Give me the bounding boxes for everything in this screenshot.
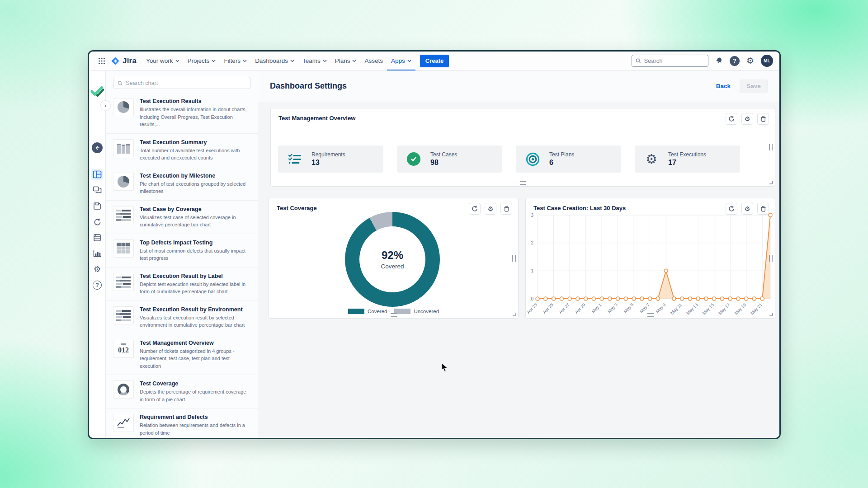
- checklist-icon: [287, 153, 302, 165]
- gear-icon: ⚙: [644, 153, 659, 166]
- chart-gallery-item-test-coverage[interactable]: Test CoverageDepicts the percentage of r…: [106, 375, 258, 408]
- chart-item-desc: Depicts test execution result by selecte…: [140, 281, 250, 296]
- nav-item-apps[interactable]: Apps: [387, 52, 415, 70]
- chart-search-input[interactable]: [126, 80, 246, 86]
- pie-thumbnail: [113, 98, 134, 116]
- widget-test-management-overview: Test Management Overview ⚙ Requirements1…: [270, 108, 775, 187]
- rail-back-icon[interactable]: [91, 142, 103, 153]
- svg-text:2: 2: [531, 240, 533, 245]
- rail-bar-chart-icon[interactable]: [91, 248, 103, 259]
- chevron-down-icon: [290, 60, 294, 62]
- resize-handle-right[interactable]: [512, 255, 516, 262]
- dashboard-canvas: Test Management Overview ⚙ Requirements1…: [258, 102, 779, 439]
- widget-settings-button[interactable]: ⚙: [485, 203, 496, 215]
- chart-gallery-item-requirement-and-defects[interactable]: Requirement and DefectsRelation between …: [106, 408, 258, 439]
- nav-item-filters[interactable]: Filters: [220, 52, 251, 70]
- svg-text:May 17: May 17: [717, 302, 731, 316]
- rail-gear-icon[interactable]: ⚙: [91, 264, 103, 275]
- widget-settings-button[interactable]: ⚙: [741, 203, 753, 215]
- widget-title: Test Case Creation: Last 30 Days: [533, 205, 626, 211]
- chart-search[interactable]: [113, 77, 250, 89]
- svg-text:Apr 27: Apr 27: [558, 302, 571, 315]
- coverage-label: Covered: [381, 263, 404, 270]
- nav-item-plans[interactable]: Plans: [331, 52, 361, 70]
- hbars-thumbnail: [113, 306, 134, 324]
- app-icon-rail: › ⚙?: [89, 70, 106, 439]
- widget-delete-button[interactable]: [757, 113, 769, 125]
- rail-save-icon[interactable]: [91, 201, 103, 211]
- numbers-thumbnail: 012: [113, 340, 134, 358]
- widget-refresh-button[interactable]: [726, 113, 737, 125]
- widget-delete-button[interactable]: [757, 203, 769, 215]
- chart-item-title: Test Management Overview: [140, 340, 250, 346]
- svg-text:3: 3: [531, 213, 533, 218]
- chart-gallery-item-test-management-overview[interactable]: 012Test Management OverviewNumber of tic…: [106, 334, 258, 375]
- widget-settings-button[interactable]: ⚙: [741, 113, 753, 125]
- global-search[interactable]: [632, 55, 708, 67]
- rail-flags-icon[interactable]: [91, 185, 103, 196]
- stat-card-label: Test Plans: [549, 151, 574, 158]
- widget-test-case-creation: Test Case Creation: Last 30 Days ⚙ 0123A…: [525, 198, 775, 319]
- rail-refresh-icon[interactable]: [91, 216, 103, 227]
- chart-item-desc: Visualizes test case of selected coverag…: [140, 214, 250, 229]
- nav-item-teams[interactable]: Teams: [298, 52, 331, 70]
- save-button[interactable]: Save: [740, 80, 768, 93]
- jira-logo[interactable]: Jira: [109, 56, 141, 66]
- chart-gallery-item-test-execution-summary[interactable]: Test Execution SummaryTotal number of av…: [106, 134, 258, 167]
- app-logo-check-icon[interactable]: [90, 86, 104, 99]
- widget-actions: ⚙: [469, 203, 512, 215]
- chart-gallery-item-top-defects-impact-testing[interactable]: Top Defects Impact TestingList of most c…: [106, 234, 258, 267]
- primary-nav: Your workProjectsFiltersDashboardsTeamsP…: [142, 52, 415, 70]
- resize-handle-bottom[interactable]: [391, 313, 397, 317]
- rail-help-icon[interactable]: ?: [91, 280, 103, 291]
- nav-item-assets[interactable]: Assets: [360, 52, 387, 70]
- avatar[interactable]: ML: [761, 55, 773, 67]
- resize-handle-right[interactable]: [769, 144, 773, 150]
- notifications-icon[interactable]: [715, 57, 723, 65]
- resize-handle-bottom[interactable]: [520, 181, 526, 185]
- chart-item-desc: Relation between requirements and defect…: [140, 422, 250, 436]
- chart-gallery-item-test-execution-results[interactable]: Test Execution ResultsIllustrates the ov…: [106, 93, 258, 134]
- widget-refresh-button[interactable]: [469, 203, 481, 215]
- chevron-down-icon: [352, 60, 356, 62]
- line-thumbnail: [113, 414, 134, 432]
- nav-item-projects[interactable]: Projects: [184, 52, 220, 70]
- global-search-input[interactable]: [644, 57, 704, 64]
- chart-gallery-item-test-execution-result-by-environment[interactable]: Test Execution Result by EnvironmentVisu…: [106, 301, 258, 334]
- widget-actions: ⚙: [726, 113, 769, 125]
- chart-gallery-item-test-execution-by-milestone[interactable]: Test Execution by MilestonePie chart of …: [106, 167, 258, 201]
- help-icon[interactable]: ?: [730, 56, 740, 66]
- chart-gallery-item-test-case-by-coverage[interactable]: Test Case by CoverageVisualizes test cas…: [106, 201, 258, 234]
- back-button[interactable]: Back: [716, 83, 731, 89]
- nav-item-your-work[interactable]: Your work: [142, 52, 184, 70]
- stat-card-label: Requirements: [311, 151, 345, 158]
- hbars-thumbnail: [113, 273, 134, 291]
- stat-card-test-executions: ⚙Test Executions17: [635, 145, 740, 173]
- resize-handle-corner[interactable]: [769, 181, 773, 184]
- resize-handle-right[interactable]: [769, 255, 773, 262]
- nav-item-dashboards[interactable]: Dashboards: [251, 52, 298, 70]
- widget-title: Test Management Overview: [278, 115, 355, 122]
- jira-logo-icon: [111, 56, 120, 66]
- legend-swatch: [394, 309, 410, 314]
- stat-card-value: 13: [311, 159, 345, 167]
- widget-delete-button[interactable]: [500, 203, 512, 215]
- pie-thumbnail: [113, 173, 134, 191]
- jira-top-navbar: Jira Your workProjectsFiltersDashboardsT…: [89, 52, 779, 70]
- resize-handle-corner[interactable]: [769, 313, 773, 316]
- settings-icon[interactable]: ⚙: [746, 56, 754, 65]
- expand-panel-button[interactable]: ›: [100, 100, 111, 111]
- create-button[interactable]: Create: [420, 55, 449, 67]
- rail-database-icon[interactable]: [91, 232, 103, 243]
- resize-handle-corner[interactable]: [513, 313, 516, 316]
- svg-text:May 9: May 9: [655, 302, 666, 314]
- chart-gallery-item-test-execution-result-by-label[interactable]: Test Execution Result by LabelDepicts te…: [106, 267, 258, 301]
- jira-wordmark: Jira: [123, 56, 137, 66]
- widget-refresh-button[interactable]: [726, 203, 737, 215]
- rail-board-icon[interactable]: [91, 169, 103, 180]
- app-switcher-icon[interactable]: [95, 55, 108, 67]
- svg-text:Apr 25: Apr 25: [542, 302, 554, 315]
- svg-text:May 15: May 15: [701, 302, 715, 316]
- chart-item-desc: Total number of available test execution…: [140, 147, 250, 162]
- resize-handle-bottom[interactable]: [647, 313, 654, 317]
